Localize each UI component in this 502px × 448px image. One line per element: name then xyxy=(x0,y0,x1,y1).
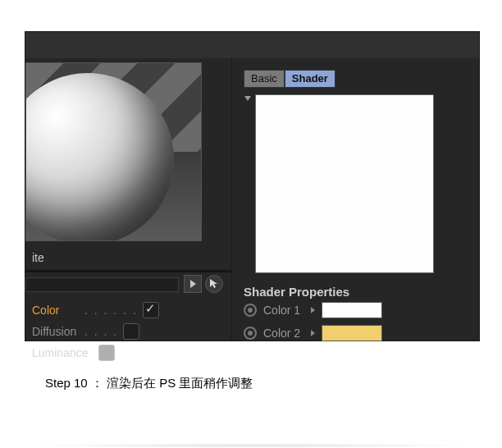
cursor-icon xyxy=(208,278,220,290)
channel-dots: . . . . xyxy=(84,325,118,338)
channel-label: Color xyxy=(32,304,80,317)
channel-luminance[interactable]: Luminance xyxy=(32,342,226,363)
window-frame: ite Color . . . . . . Diffusion xyxy=(25,31,480,341)
channel-checkbox[interactable] xyxy=(98,345,115,361)
channel-color[interactable]: Color . . . . . . xyxy=(32,299,226,321)
shader-preview[interactable] xyxy=(255,94,434,273)
divider-bar xyxy=(25,270,231,272)
channel-checkbox[interactable] xyxy=(143,302,159,318)
material-preview[interactable] xyxy=(25,62,202,241)
color-swatch-2[interactable] xyxy=(322,325,382,341)
shader-preview-wrap xyxy=(244,94,468,275)
channel-checkbox[interactable] xyxy=(123,323,139,340)
channel-diffusion[interactable]: Diffusion . . . . xyxy=(32,321,226,342)
channel-list: Color . . . . . . Diffusion . . . . Lumi… xyxy=(32,299,226,363)
toolrow-track xyxy=(25,277,179,292)
material-name[interactable]: ite xyxy=(32,249,226,267)
material-toolrow xyxy=(25,275,226,293)
property-row-color1: Color 1 xyxy=(244,299,468,322)
material-panel: ite Color . . . . . . Diffusion xyxy=(25,58,231,341)
radio-icon[interactable] xyxy=(244,304,257,317)
channel-dots: . . . . . . xyxy=(84,304,138,317)
channel-label: Luminance xyxy=(32,346,89,359)
tab-shader[interactable]: Shader xyxy=(285,70,335,88)
app-window: ite Color . . . . . . Diffusion xyxy=(25,31,480,341)
bottom-blur xyxy=(25,443,480,448)
picker-button[interactable] xyxy=(205,275,223,293)
channel-label: Diffusion xyxy=(32,325,80,338)
tab-bar: BasicShader xyxy=(244,70,468,88)
shader-panel: BasicShader Shader Properties Color 1 Co… xyxy=(232,58,479,341)
expand-icon[interactable] xyxy=(311,330,315,336)
color-swatch-1[interactable] xyxy=(322,302,382,318)
top-strip xyxy=(25,32,479,58)
property-row-color2: Color 2 xyxy=(244,322,468,345)
play-button[interactable] xyxy=(184,275,202,293)
tab-basic[interactable]: Basic xyxy=(244,70,285,88)
property-label: Color 1 xyxy=(263,304,311,317)
section-title: Shader Properties xyxy=(244,285,468,299)
disclosure-triangle-icon[interactable] xyxy=(244,96,251,101)
radio-icon[interactable] xyxy=(244,327,257,340)
expand-icon[interactable] xyxy=(311,307,315,313)
step-caption: Step 10 ： 渲染后在 PS 里面稍作调整 xyxy=(45,376,253,391)
property-label: Color 2 xyxy=(263,327,311,340)
